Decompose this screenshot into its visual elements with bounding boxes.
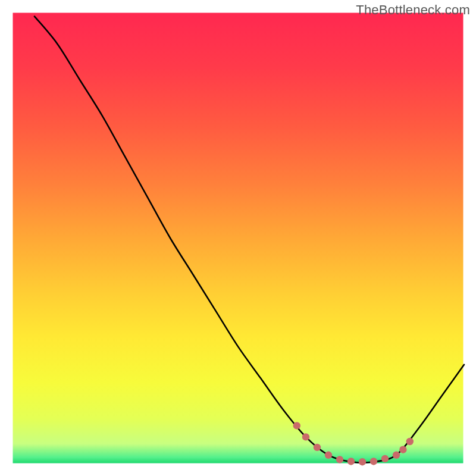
marker-dot [370,458,377,465]
watermark: TheBottleneck.com [356,2,470,18]
marker-dot [393,452,400,459]
marker-dot [406,438,414,445]
marker-dot [359,458,366,465]
marker-dot [336,456,343,463]
chart-container: TheBottleneck.com [0,0,476,476]
marker-dot [293,422,300,429]
marker-dot [381,455,389,462]
bottleneck-chart [0,0,476,476]
marker-dot [399,446,406,453]
marker-dot [314,444,321,451]
marker-dot [325,452,332,459]
marker-dot [347,458,355,465]
marker-dot [302,433,309,440]
